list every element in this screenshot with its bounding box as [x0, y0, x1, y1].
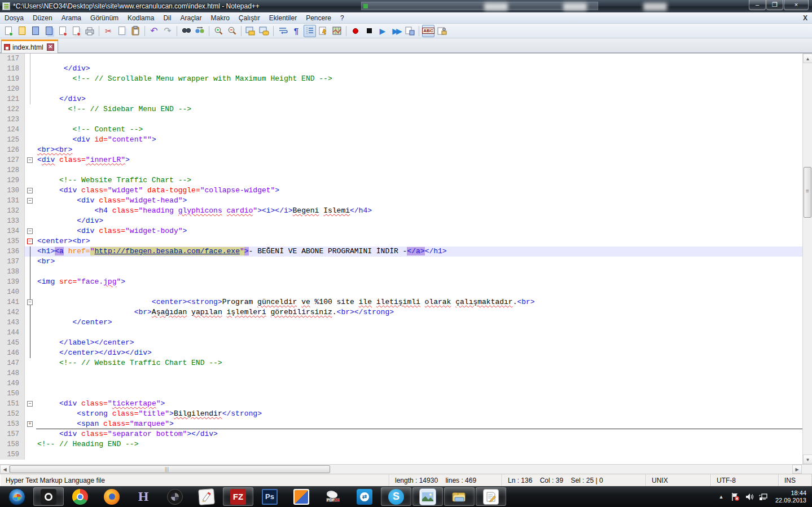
code-line-143[interactable]: 143 </center> [0, 318, 802, 328]
spell-check-icon[interactable]: ABC [422, 25, 434, 37]
sync-vertical-icon[interactable] [244, 25, 257, 37]
code-line-136[interactable]: 136<h1><a href="http://fbegen.besaba.com… [0, 246, 802, 257]
start-button[interactable] [2, 487, 32, 506]
code-line-135[interactable]: 135−<center><br> [0, 236, 802, 246]
menu-item-dil[interactable]: Dil [159, 13, 175, 23]
cut-icon[interactable]: ✂ [102, 25, 115, 37]
code-line-119[interactable]: 119 <!-- // Scrollable Menu wrapper with… [0, 74, 802, 84]
menu-item-eklentiler[interactable]: Eklentiler [265, 13, 301, 23]
taskbar-opera-button[interactable] [33, 487, 64, 506]
menu-item-arama[interactable]: Arama [57, 13, 86, 23]
fold-collapse-icon[interactable]: − [27, 401, 33, 407]
taskbar-photoshop-button[interactable]: Ps [254, 487, 285, 506]
document-map-icon[interactable] [331, 25, 343, 37]
paste-icon[interactable] [129, 25, 142, 37]
code-line-144[interactable]: 144 [0, 328, 802, 338]
fold-collapse-icon[interactable]: − [27, 188, 33, 193]
menu-item-kodlama[interactable]: Kodlama [123, 13, 159, 23]
taskbar-explorer-button[interactable] [444, 487, 475, 506]
fold-expand-icon[interactable]: + [27, 421, 33, 427]
taskbar-skype-button[interactable]: S [381, 487, 411, 506]
taskbar-picasa-button[interactable] [160, 487, 190, 506]
copy-icon[interactable] [116, 25, 128, 37]
code-line-122[interactable]: 122 <!-- // Sidebar Menu END --> [0, 104, 802, 114]
vertical-scroll-thumb[interactable] [804, 167, 811, 218]
zoom-out-icon[interactable] [226, 25, 238, 37]
code-line-153[interactable]: 153+ <span class="marquee"> [0, 419, 802, 429]
menu-item-ara-lar[interactable]: Araçlar [175, 13, 206, 23]
code-line-126[interactable]: 126<br><br> [0, 145, 802, 155]
open-icon[interactable] [16, 25, 28, 37]
run-macro-multiple-icon[interactable]: ▶▶ [390, 25, 402, 37]
code-line-159[interactable]: 159 [0, 449, 802, 460]
action-center-flag-icon[interactable] [731, 492, 740, 501]
taskbar-pdf24-button[interactable]: PDF24 [318, 487, 348, 506]
code-line-137[interactable]: 137<br> [0, 257, 802, 267]
menu-item-dosya[interactable]: Dosya [0, 13, 28, 23]
undo-icon[interactable]: ↶ [148, 25, 160, 37]
menu-item-pencere[interactable]: Pencere [301, 13, 336, 23]
scroll-up-arrow[interactable]: ▲ [803, 54, 812, 63]
menu-item-g-r-n-m[interactable]: Görünüm [86, 13, 123, 23]
new-file-icon[interactable] [2, 25, 15, 37]
code-line-124[interactable]: 124 <!-- Content --> [0, 125, 802, 135]
scroll-right-arrow[interactable]: ▶ [792, 465, 802, 474]
code-line-147[interactable]: 147 <!-- // Website Traffic Chart END --… [0, 358, 802, 368]
save-all-icon[interactable] [43, 25, 55, 37]
close-button[interactable]: × [784, 0, 809, 10]
code-line-134[interactable]: 134− <div class="widget-body"> [0, 226, 802, 236]
code-line-141[interactable]: 141− <center><strong>Program günceldir v… [0, 297, 802, 307]
menu-item-makro[interactable]: Makro [206, 13, 234, 23]
redo-icon[interactable]: ↷ [161, 25, 174, 37]
function-completion-icon[interactable] [317, 25, 330, 37]
code-line-123[interactable]: 123 [0, 114, 802, 125]
save-macro-icon[interactable] [403, 25, 416, 37]
code-line-132[interactable]: 132 <h4 class="heading glyphicons cardio… [0, 206, 802, 216]
code-line-151[interactable]: 151− <div class="tickertape"> [0, 399, 802, 409]
zoom-in-icon[interactable] [212, 25, 225, 37]
code-line-148[interactable]: 148 [0, 368, 802, 378]
code-line-158[interactable]: 158<!-- // Heading END --> [0, 439, 802, 449]
fold-collapse-icon[interactable]: − [27, 299, 33, 305]
code-line-140[interactable]: 140 [0, 287, 802, 297]
playback-icon[interactable]: ▶ [376, 25, 389, 37]
code-line-149[interactable]: 149 [0, 378, 802, 389]
close-document-x[interactable]: X [803, 14, 807, 22]
code-line-125[interactable]: 125 <div id="content""> [0, 135, 802, 145]
code-line-127[interactable]: 127−<div class="innerLR"> [0, 155, 802, 165]
taskbar-h-app-button[interactable]: H [128, 487, 159, 506]
editor[interactable]: 117118 </div>119 <!-- // Scrollable Menu… [0, 53, 812, 464]
tray-expand-arrow-icon[interactable]: ▲ [717, 492, 726, 501]
close-all-icon[interactable] [70, 25, 82, 37]
indent-guide-icon[interactable] [304, 25, 316, 37]
scroll-left-arrow[interactable]: ◀ [0, 465, 10, 474]
code-line-128[interactable]: 128 [0, 165, 802, 175]
taskbar-photo-viewer-button[interactable] [412, 487, 443, 506]
replace-icon[interactable] [194, 25, 206, 37]
code-line-117[interactable]: 117 [0, 54, 802, 64]
code-line-142[interactable]: 142 <br>Aşağıdan yapılan işlemleri göreb… [0, 307, 802, 318]
tab-index-html[interactable]: index.html ✕ [1, 39, 58, 53]
taskbar-paint-button[interactable] [191, 487, 222, 506]
code-line-157[interactable]: 157 <div class="separator bottom"></div> [0, 429, 802, 439]
taskbar-notepadpp-button[interactable] [476, 487, 506, 506]
code-line-146[interactable]: 146 </center></div></div> [0, 348, 802, 358]
code-line-131[interactable]: 131− <div class="widget-head"> [0, 196, 802, 206]
taskbar-chrome-button[interactable] [65, 487, 95, 506]
code-line-129[interactable]: 129 <!-- Website Traffic Chart --> [0, 175, 802, 186]
scroll-down-arrow[interactable]: ▼ [803, 455, 812, 464]
save-icon[interactable] [29, 25, 42, 37]
fold-collapse-icon[interactable]: − [27, 239, 33, 244]
taskbar-firefox-button[interactable] [96, 487, 127, 506]
code-line-133[interactable]: 133 </div> [0, 216, 802, 226]
code-line-118[interactable]: 118 </div> [0, 64, 802, 74]
sync-horizontal-icon[interactable] [258, 25, 270, 37]
print-icon[interactable] [84, 25, 96, 37]
clock[interactable]: 18:44 22.09.2013 [775, 490, 806, 504]
code-line-150[interactable]: 150 [0, 389, 802, 399]
restore-button[interactable]: ❐ [766, 0, 783, 10]
start-record-icon[interactable] [349, 25, 362, 37]
word-wrap-icon[interactable] [276, 25, 289, 37]
code-line-139[interactable]: 139<img src="face.jpg"> [0, 277, 802, 287]
show-all-chars-icon[interactable]: ¶ [290, 25, 302, 37]
